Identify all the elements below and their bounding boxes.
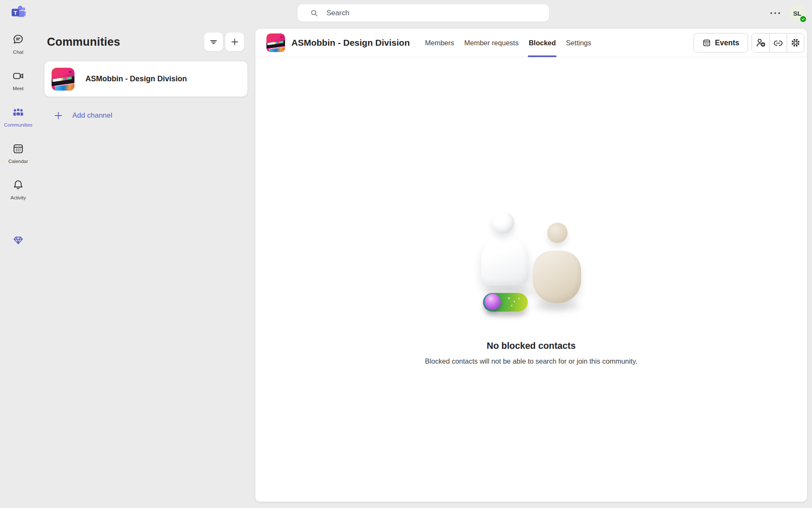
rail-item-label: Activity	[11, 195, 26, 200]
add-channel-label: Add channel	[72, 111, 112, 120]
bell-icon	[12, 179, 25, 191]
user-avatar[interactable]: SL	[789, 5, 806, 22]
rail-item-label: Communities	[4, 122, 32, 127]
more-options-button[interactable]	[768, 8, 783, 18]
user-initials: SL	[793, 10, 801, 17]
communities-panel: Communities ASMobbin - Design Division A…	[36, 0, 255, 508]
person-body-beige	[533, 251, 581, 303]
diamond-icon[interactable]	[12, 234, 25, 246]
teams-logo-icon: T	[10, 4, 26, 20]
community-name: ASMobbin - Design Division	[85, 75, 187, 83]
search-icon	[310, 8, 319, 18]
video-camera-icon	[12, 69, 25, 82]
presence-available-badge	[799, 15, 807, 23]
empty-state-title: No blocked contacts	[255, 341, 807, 351]
community-list-item[interactable]: ASMobbin - Design Division	[44, 61, 247, 97]
rail-item-label: Calendar	[8, 159, 28, 164]
calendar-icon	[12, 142, 25, 155]
rail-item-chat[interactable]: Chat	[0, 28, 36, 64]
search-bar	[298, 4, 549, 22]
chat-bubble-icon	[12, 33, 25, 46]
empty-state-description: Blocked contacts will not be able to sea…	[255, 357, 807, 365]
person-head-beige	[547, 223, 568, 243]
rail-item-calendar[interactable]: Calendar	[0, 137, 36, 174]
rail-item-activity[interactable]: Activity	[0, 174, 36, 210]
search-input[interactable]	[326, 9, 529, 17]
person-head-white	[492, 212, 514, 234]
add-community-button[interactable]	[225, 33, 244, 51]
blocked-empty-state: No blocked contacts Blocked contacts wil…	[255, 29, 807, 502]
rail-item-communities[interactable]: Communities	[0, 101, 36, 137]
rail-item-label: Meet	[13, 86, 24, 91]
svg-text:T: T	[14, 10, 17, 16]
plus-icon	[53, 110, 64, 121]
person-body-white	[481, 235, 529, 285]
rail-item-meet[interactable]: Meet	[0, 64, 36, 101]
rail-item-label: Chat	[13, 50, 23, 55]
community-detail-panel: ASMobbin - Design Division Members Membe…	[255, 29, 807, 502]
toggle-knob-illustration	[485, 294, 501, 310]
communities-title: Communities	[47, 36, 120, 49]
people-illustration	[480, 210, 584, 317]
people-icon	[12, 106, 25, 119]
app-rail: T Chat Meet	[0, 0, 36, 508]
rail-items: Chat Meet	[0, 28, 36, 210]
add-channel-button[interactable]: Add channel	[53, 110, 112, 121]
community-avatar	[52, 68, 74, 91]
filter-button[interactable]	[204, 33, 223, 51]
